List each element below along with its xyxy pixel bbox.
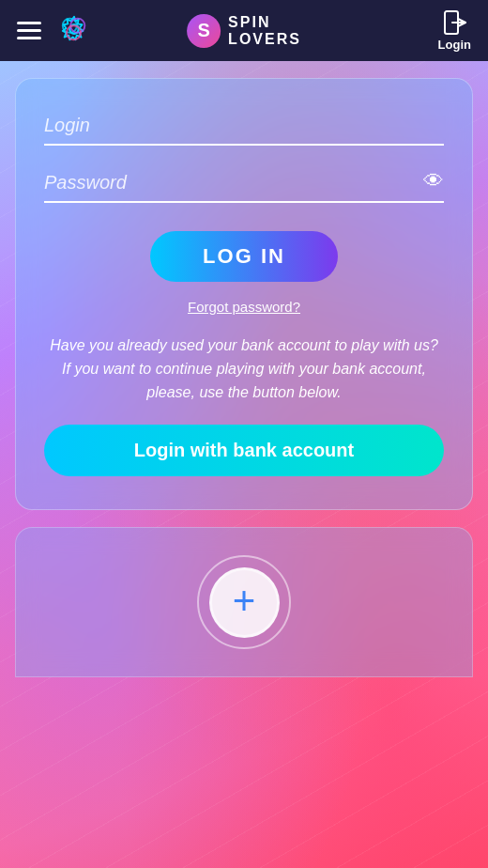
forgot-password-link[interactable]: Forgot password? [188,299,300,315]
login-input-wrapper [44,107,444,146]
log-in-button[interactable]: LOG IN [150,231,338,282]
bank-info-text: Have you already used your bank account … [44,334,444,404]
menu-icon[interactable] [17,22,41,39]
logo-s-icon: S [187,14,221,48]
add-button[interactable]: + [209,567,280,638]
login-input[interactable] [44,107,444,146]
plus-icon: + [233,581,256,621]
login-icon [441,9,467,36]
gear-icon[interactable] [58,13,90,49]
logo-line1: SPIN [228,14,301,31]
password-input[interactable] [44,164,444,203]
forgot-password-wrapper: Forgot password? [44,299,444,316]
login-card: 👁 LOG IN Forgot password? Have you alrea… [15,78,473,510]
logo-text: SPIN LOVERS [228,14,301,47]
bank-login-button[interactable]: Login with bank account [44,425,444,476]
bottom-section: + [15,527,473,677]
plus-outer-ring: + [197,555,291,649]
hero-background: 👁 LOG IN Forgot password? Have you alrea… [0,61,488,868]
app-header: S SPIN LOVERS Login [0,0,488,61]
header-login-button[interactable]: Login [438,9,471,52]
app-logo: S SPIN LOVERS [187,14,301,48]
password-input-wrapper: 👁 [44,164,444,203]
header-left [17,13,90,49]
logo-line2: LOVERS [228,31,301,48]
header-login-label: Login [438,38,471,52]
toggle-password-icon[interactable]: 👁 [423,169,444,194]
